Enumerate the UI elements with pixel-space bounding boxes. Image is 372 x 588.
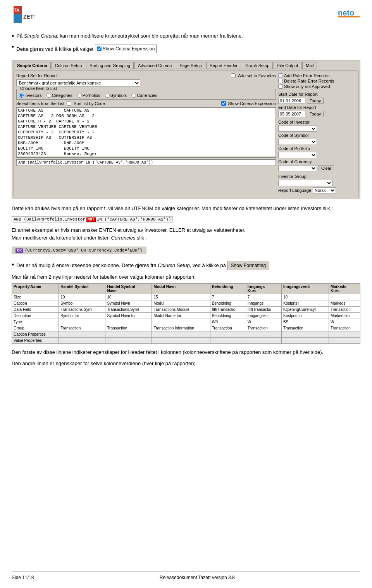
start-date-today-button[interactable]: Today <box>307 98 324 104</box>
show-formatting-button[interactable]: Show Formatting <box>227 261 269 270</box>
list-item[interactable]: CCPROPERTY - 2 CCPROPERTY - 2 <box>17 129 276 135</box>
tab-sorting-grouping[interactable]: Sorting and Grouping <box>86 62 134 69</box>
clear-button[interactable]: Clear <box>319 165 334 171</box>
th-property-name: Property\Name <box>12 283 59 294</box>
code-portfolio-select[interactable] <box>278 152 317 158</box>
table-row: Caption Symbol Symbol Navn Modul Beholdn… <box>12 300 360 306</box>
show-not-approved-checkbox[interactable]: Show only not Approved <box>278 84 356 89</box>
td-caption: Caption <box>12 300 59 306</box>
or-badge: OR <box>16 248 23 253</box>
footer-text-section: Den første av disse linjene indikerer eg… <box>12 348 360 367</box>
investor-group-label: Investor Group <box>278 174 307 179</box>
td-size-v7 <box>329 294 360 300</box>
radio-currencies[interactable]: Currencies <box>131 93 157 98</box>
dialog-tabs: Simple Criteria Column Setup Sorting and… <box>14 62 358 69</box>
report-name-row: Benchmark graf per portefølje Amerikansk… <box>16 79 276 86</box>
tab-simple-criteria[interactable]: Simple Criteria <box>14 62 51 69</box>
code-investor-input-row <box>278 126 356 132</box>
expression-bar: AND (DailyPortfolio.Investor IN ('CAPTUR… <box>16 159 276 166</box>
table-row: Data Field Transactions.Syml Transaction… <box>12 306 360 312</box>
list-item[interactable]: 23094323423 Hansen, Roger <box>17 151 276 157</box>
add-rate-error-checkbox[interactable]: Add Rate Error Records <box>278 73 356 78</box>
start-date-input[interactable] <box>278 98 305 104</box>
investor-listbox[interactable]: CAPTURE AS CAPTURE AS CAPTURE AS - 2 DNB… <box>16 107 276 158</box>
radio-symbols[interactable]: Symbols <box>105 93 127 98</box>
release-doc-title: Releasedokument Tazett versjon 3.8 <box>160 575 235 580</box>
end-date-input[interactable] <box>278 111 305 117</box>
table-row: Group Transaction Transaction Transactio… <box>12 325 360 331</box>
or-snippet-container: OR {Currency2.Code='USD' OR Currency2.Co… <box>12 245 360 255</box>
report-language-select[interactable]: Norsk <box>313 187 336 193</box>
show-criteria-checkbox[interactable] <box>221 101 226 106</box>
bullet-dot-2: • <box>12 43 14 52</box>
or-snippet: OR {Currency2.Code='USD' OR Currency2.Co… <box>12 247 146 254</box>
th-handel-symbol-navn: Handel SymbolNavn <box>105 283 152 294</box>
end-date-input-row: Today <box>278 111 356 117</box>
add-favorites-label: Add set to Favorites <box>238 73 276 78</box>
investor-group-input-row <box>278 180 356 186</box>
dialog-right-col: Add Rate Error Records Delete Rate Error… <box>278 73 356 195</box>
dialog-content: Report Set for Report : Add set to Favor… <box>14 71 358 197</box>
radio-portfolios[interactable]: Portfolios <box>77 93 100 98</box>
td-size-v4: 7 <box>210 294 246 300</box>
tab-page-setup[interactable]: Page Setup <box>176 62 205 69</box>
delete-rate-error-checkbox[interactable]: Delete Rate Error Records <box>278 79 356 83</box>
code-investor-select[interactable] <box>278 126 317 132</box>
list-item[interactable]: DNB-300M DNB-300M <box>17 140 276 146</box>
add-favorites-checkbox[interactable] <box>231 73 236 78</box>
sort-by-code-checkbox[interactable] <box>67 101 71 106</box>
table-row: Type WN W BS W <box>12 319 360 325</box>
radio-categories[interactable]: Categories <box>46 93 72 98</box>
columns-table: Property\Name Handel Symbol Handel Symbo… <box>12 283 360 344</box>
code-symbol-label: Code of Symbol <box>278 133 308 138</box>
footer-text-2: Den andre linjen er egenskaper for selve… <box>12 360 360 367</box>
report-language-label: Report Language <box>278 188 311 193</box>
code-currency-input-row: Clear <box>278 165 356 171</box>
investor-group-select[interactable] <box>278 180 332 186</box>
start-date-input-row: Today <box>278 98 356 104</box>
tab-mail[interactable]: Mail <box>302 62 317 69</box>
td-type: Type <box>12 319 59 325</box>
end-date-today-button[interactable]: Today <box>307 111 324 117</box>
list-item[interactable]: CUTTERSHIP AS CUTTERSHIP AS <box>17 135 276 140</box>
bullet-dot-3: • <box>12 261 14 269</box>
page-number: Side 11/18 <box>12 575 34 580</box>
report-name-select[interactable]: Benchmark graf per portefølje Amerikansk… <box>16 79 140 86</box>
list-item[interactable]: CAPTURE VENTURE CAPTURE VENTURE <box>17 124 276 129</box>
list-item-selected[interactable]: HUNDO AS HUNDO AS <box>17 157 276 158</box>
text-man-modifiserer: Man modifiserer da kriteriefeltet under … <box>12 234 360 242</box>
report-set-row: Report Set for Report : Add set to Favor… <box>16 73 276 78</box>
td-group: Group <box>12 325 59 331</box>
list-item[interactable]: CAPTURE AS CAPTURE AS <box>17 108 276 113</box>
not-in-snippet-container: AND (DailyPortfolio.Investor NOT IN ('CA… <box>12 216 360 222</box>
code-investor-row: Code of Investor <box>278 120 356 124</box>
td-value-properties: Value Properties <box>12 337 59 343</box>
list-item[interactable]: CAPTURE H - 2 CAPTURE H - 2 <box>17 119 276 124</box>
text-section-1: Dette kan brukes hvis man på en rapport … <box>12 205 360 212</box>
page-header: ZETT TA neto <box>12 4 360 26</box>
code-symbol-select[interactable] <box>278 139 317 145</box>
tab-file-output[interactable]: File Output <box>274 62 301 69</box>
tab-column-setup[interactable]: Column Setup <box>52 62 86 69</box>
investor-group-row: Investor Group <box>278 174 356 179</box>
code-currency-select[interactable] <box>278 165 317 171</box>
bullet-section-3: • Det er nå mulig å endre utseende per k… <box>12 261 360 270</box>
tab-graph-setup[interactable]: Graph Setup <box>242 62 273 69</box>
main-dialog: Simple Criteria Column Setup Sorting and… <box>12 60 360 199</box>
code-symbol-row: Code of Symbol <box>278 133 356 138</box>
footer-text-1: Den første av disse linjene indikerer eg… <box>12 348 360 356</box>
list-item[interactable]: EQUITY INC EQUITY INC <box>17 146 276 151</box>
logo-neto: neto <box>337 4 360 22</box>
radio-investors[interactable]: Investors <box>19 93 42 98</box>
text-et-annet: Et annet eksempel er hvis man ønsker ENT… <box>12 226 360 234</box>
svg-text:TA: TA <box>14 8 19 12</box>
choose-item-groupbox: Choose Item to List Investors Categories… <box>16 89 276 100</box>
text-section-2: Et annet eksempel er hvis man ønsker ENT… <box>12 226 360 241</box>
tab-report-header[interactable]: Report Header <box>206 62 241 69</box>
tab-advanced-criteria[interactable]: Advanced Criteria <box>134 62 175 69</box>
list-item[interactable]: CAPTURE AS - 2 DNB-300M AS - 2 <box>17 113 276 119</box>
th-handel-symbol: Handel Symbol <box>59 283 105 294</box>
code-symbol-input-row <box>278 139 356 145</box>
td-caption-properties: Caption Properties <box>12 331 59 337</box>
show-criteria-expression-checkbox-inline[interactable]: Show Criteria Expression <box>95 45 157 53</box>
